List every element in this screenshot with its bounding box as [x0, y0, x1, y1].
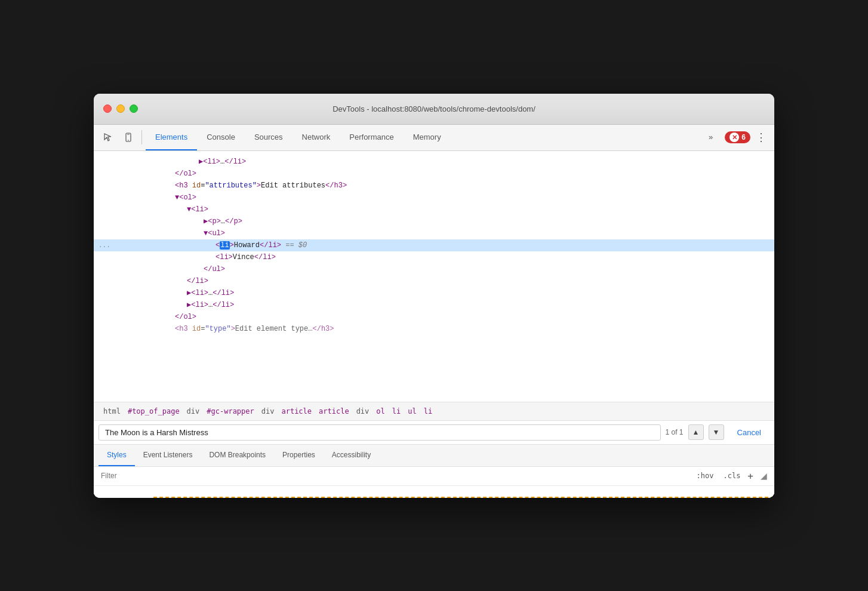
selected-tag: li — [220, 241, 229, 250]
bottom-area — [94, 486, 774, 498]
breadcrumb-li2[interactable]: li — [421, 406, 435, 417]
titlebar: DevTools - localhost:8080/web/tools/chro… — [94, 94, 774, 125]
cls-button[interactable]: .cls — [721, 470, 743, 481]
dom-line[interactable]: <h3 id="attributes">Edit attributes</h3> — [94, 180, 774, 192]
tab-dom-breakpoints[interactable]: DOM Breakpoints — [201, 445, 274, 466]
dom-line[interactable]: ▶<li>…</li> — [94, 156, 774, 168]
tab-properties[interactable]: Properties — [274, 445, 324, 466]
dom-line[interactable]: </li> — [94, 275, 774, 287]
filter-bar: :hov .cls + ◢ — [94, 467, 774, 486]
mobile-icon[interactable] — [119, 128, 138, 147]
search-bar: 1 of 1 ▲ ▼ Cancel — [94, 421, 774, 445]
breadcrumb-html[interactable]: html — [101, 406, 123, 417]
dom-line[interactable]: </ol> — [94, 168, 774, 180]
minimize-button[interactable] — [116, 104, 125, 113]
breadcrumb-ul[interactable]: ul — [405, 406, 418, 417]
search-next-button[interactable]: ▼ — [709, 424, 724, 440]
lower-panel-tabs: Styles Event Listeners DOM Breakpoints P… — [94, 445, 774, 467]
breadcrumb-div1[interactable]: div — [184, 406, 202, 417]
breadcrumb-ol[interactable]: ol — [374, 406, 387, 417]
search-count: 1 of 1 — [666, 428, 684, 436]
main-panel: ▶<li>…</li> </ol> <h3 id="attributes">Ed… — [94, 151, 774, 498]
tab-event-listeners[interactable]: Event Listeners — [135, 445, 201, 466]
dom-line[interactable]: <h3 id="type">Edit element type…</h3> — [94, 323, 774, 335]
tab-performance[interactable]: Performance — [340, 124, 403, 150]
tab-elements[interactable]: Elements — [146, 124, 197, 150]
toolbar-tabs: Elements Console Sources Network Perform… — [146, 125, 451, 150]
dom-line[interactable]: </ol> — [94, 311, 774, 323]
dom-line-selected[interactable]: ... <li>Howard</li> == $0 — [94, 239, 774, 251]
breadcrumb-div3[interactable]: div — [354, 406, 372, 417]
filter-input[interactable] — [101, 472, 687, 480]
dom-line[interactable]: ▼<ul> — [94, 227, 774, 239]
dom-line[interactable]: ▼<li> — [94, 204, 774, 216]
dom-line[interactable]: ▶<p>…</p> — [94, 216, 774, 227]
search-input[interactable] — [99, 424, 661, 441]
window-title: DevTools - localhost:8080/web/tools/chro… — [333, 104, 535, 113]
dom-tree[interactable]: ▶<li>…</li> </ol> <h3 id="attributes">Ed… — [94, 151, 774, 402]
tab-memory[interactable]: Memory — [404, 124, 451, 150]
breadcrumb-top-of-page[interactable]: #top_of_page — [125, 406, 182, 417]
tab-more[interactable]: » — [699, 124, 722, 150]
close-button[interactable] — [103, 104, 112, 113]
dom-line[interactable]: ▼<ol> — [94, 192, 774, 204]
resize-handle[interactable]: ◢ — [761, 471, 767, 481]
dashed-border — [153, 497, 774, 498]
search-cancel-button[interactable]: Cancel — [729, 425, 769, 440]
hov-button[interactable]: :hov — [694, 470, 716, 481]
dom-line[interactable]: <li>Vince</li> — [94, 251, 774, 263]
error-badge[interactable]: ✕ 6 — [725, 131, 750, 143]
breadcrumb-gc-wrapper[interactable]: #gc-wrapper — [204, 406, 256, 417]
breadcrumb-div2[interactable]: div — [259, 406, 277, 417]
filter-buttons: :hov .cls + — [694, 470, 753, 482]
tab-accessibility[interactable]: Accessibility — [324, 445, 379, 466]
breadcrumb-li1[interactable]: li — [390, 406, 403, 417]
tab-styles[interactable]: Styles — [99, 445, 135, 466]
breadcrumb-article2[interactable]: article — [316, 406, 352, 417]
tab-sources[interactable]: Sources — [245, 124, 293, 150]
toolbar-divider — [141, 130, 142, 144]
dom-line[interactable]: </ul> — [94, 263, 774, 275]
breadcrumb: html #top_of_page div #gc-wrapper div ar… — [94, 402, 774, 421]
error-icon: ✕ — [730, 133, 739, 142]
toolbar-right: » ✕ 6 ⋮ — [699, 124, 769, 150]
inspector-icon[interactable] — [99, 128, 118, 147]
search-prev-button[interactable]: ▲ — [688, 424, 704, 440]
svg-point-1 — [128, 140, 129, 141]
fullscreen-button[interactable] — [130, 104, 138, 113]
traffic-lights — [103, 104, 138, 113]
kebab-menu-button[interactable]: ⋮ — [753, 129, 769, 146]
dom-line[interactable]: ▶<li>…</li> — [94, 299, 774, 311]
tab-console[interactable]: Console — [197, 124, 245, 150]
devtools-window: DevTools - localhost:8080/web/tools/chro… — [94, 94, 774, 498]
toolbar: Elements Console Sources Network Perform… — [94, 125, 774, 151]
tab-network[interactable]: Network — [293, 124, 340, 150]
breadcrumb-article1[interactable]: article — [279, 406, 314, 417]
add-style-button[interactable]: + — [747, 470, 753, 482]
dom-line[interactable]: ▶<li>…</li> — [94, 287, 774, 299]
